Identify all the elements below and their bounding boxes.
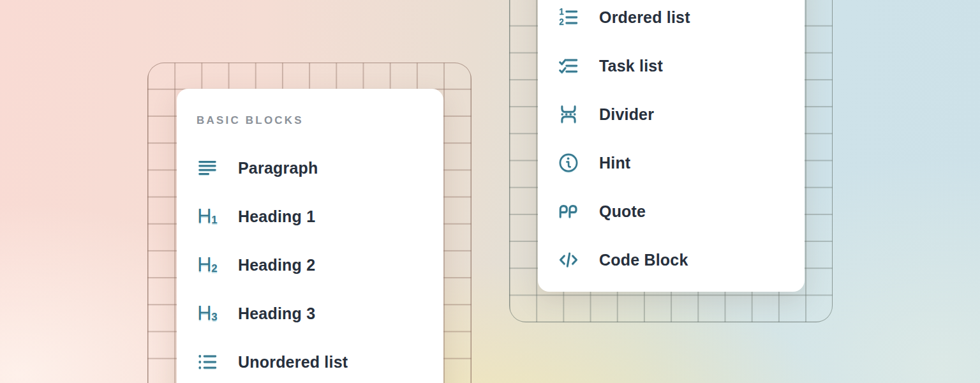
menu-item[interactable]: Quote (538, 187, 805, 236)
heading-1-icon: H1 (197, 206, 218, 227)
hint-icon (558, 152, 579, 174)
divider-icon (558, 103, 579, 125)
menu-item-label: Heading 3 (238, 304, 315, 323)
more-blocks-menu: 12Ordered listTask listDividerHintQuoteC… (538, 0, 805, 292)
menu-section-header: BASIC BLOCKS (197, 114, 443, 127)
ordered-list-icon: 12 (558, 6, 579, 28)
menu-item[interactable]: Divider (538, 90, 805, 139)
menu-item-label: Unordered list (238, 353, 348, 372)
menu-item[interactable]: Hint (538, 139, 805, 187)
block-picker-hero: BASIC BLOCKS ParagraphH1Heading 1H2Headi… (0, 0, 980, 383)
menu-item-label: Hint (599, 154, 630, 172)
menu-item-label: Task list (599, 57, 663, 75)
menu-item-label: Heading 1 (238, 207, 315, 226)
unordered-list-icon (197, 351, 218, 373)
svg-text:2: 2 (559, 17, 564, 27)
code-block-icon (558, 249, 579, 271)
basic-blocks-list: ParagraphH1Heading 1H2Heading 2H3Heading… (177, 127, 443, 383)
menu-item[interactable]: H1Heading 1 (177, 192, 443, 241)
menu-item-label: Code Block (599, 251, 688, 269)
menu-item-label: Heading 2 (238, 256, 315, 274)
menu-item[interactable]: H3Heading 3 (177, 289, 443, 338)
heading-2-icon: H2 (197, 254, 218, 276)
task-list-icon (558, 55, 579, 77)
menu-item-label: Divider (599, 105, 654, 124)
menu-item[interactable]: Task list (538, 41, 805, 90)
heading-3-icon: H3 (197, 303, 218, 324)
menu-item[interactable]: 12Ordered list (538, 0, 805, 41)
paragraph-icon (197, 157, 218, 179)
menu-item[interactable]: Code Block (538, 236, 805, 284)
menu-item-label: Paragraph (238, 159, 318, 177)
basic-blocks-menu: BASIC BLOCKS ParagraphH1Heading 1H2Headi… (177, 89, 443, 383)
more-blocks-list: 12Ordered listTask listDividerHintQuoteC… (538, 0, 805, 284)
menu-item[interactable]: Paragraph (177, 144, 443, 192)
quote-icon (558, 200, 579, 222)
svg-text:1: 1 (559, 6, 564, 17)
menu-item[interactable]: Unordered list (177, 338, 443, 383)
menu-item[interactable]: H2Heading 2 (177, 241, 443, 289)
menu-item-label: Quote (599, 202, 646, 221)
menu-item-label: Ordered list (599, 8, 690, 27)
